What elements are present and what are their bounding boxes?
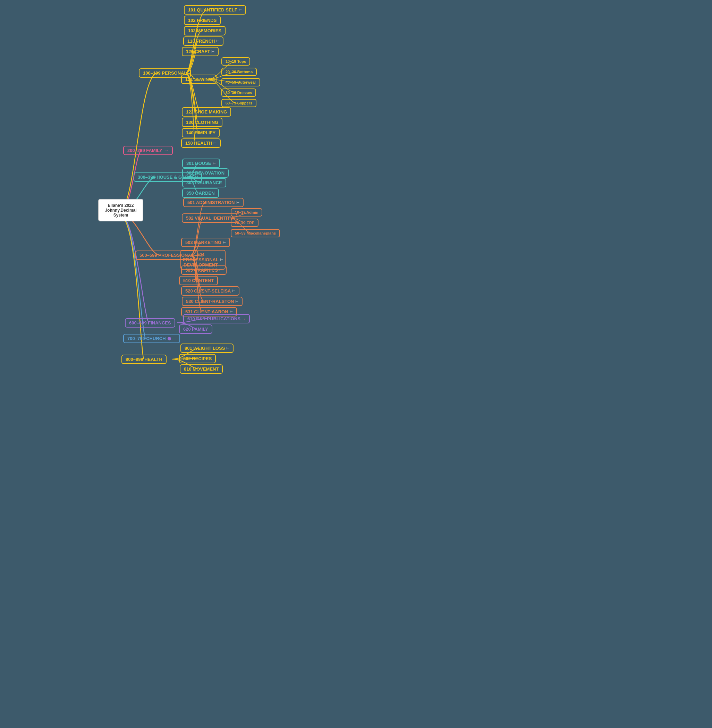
n530-icon: ⊢: [235, 300, 238, 303]
n110-label: 110 FRENCH: [187, 39, 215, 44]
family-node[interactable]: 200–299 FAMILY →: [123, 146, 173, 155]
root-node: Ellane's 2022 Johnny.Decimal System: [98, 199, 143, 221]
n610-label: 610 E&R PUBLICATIONS: [187, 316, 240, 321]
n302-node[interactable]: 302 RENOVATION: [182, 168, 228, 178]
n1019-label: 10–19 Tops: [225, 59, 246, 64]
n505-label: 505 GRAPHICS: [185, 268, 218, 273]
n801-node[interactable]: 801 WEIGHT LOSS ⊢: [180, 344, 233, 353]
finances-node[interactable]: 600–699 FINANCES: [125, 318, 175, 328]
family-arrow: →: [164, 148, 169, 153]
n810-node[interactable]: 810 MOVEMENT: [180, 364, 223, 374]
church-dot-icon: [168, 337, 171, 340]
n502-label: 502 VISUAL IDENTITY: [186, 215, 233, 221]
n301-node[interactable]: 301 HOUSE ⊢: [182, 159, 220, 168]
n503-node[interactable]: 503 MARKETING ⊢: [181, 238, 230, 247]
n2029-node[interactable]: 20–29 Bottoms: [221, 68, 257, 76]
n4059-label: 40–59 Outerwear: [225, 80, 256, 85]
n531-label: 531 CLIENT-AARON: [185, 309, 228, 314]
n302-label: 302 RENOVATION: [186, 171, 224, 176]
n120-icon: ⊢: [211, 50, 214, 53]
n501-icon: ⊢: [236, 200, 239, 205]
n520-label: 520 CLIENT-SELEISA: [185, 288, 231, 294]
n120-label: 120 CRAFT: [186, 49, 210, 54]
n530-label: 530 CLIENT-RALSTON: [186, 299, 234, 304]
n122-label: 122 SHOE MAKING: [186, 109, 227, 114]
n530-node[interactable]: 530 CLIENT-RALSTON ⊢: [182, 297, 243, 306]
n520-icon: ⊢: [232, 289, 235, 293]
n5059-node[interactable]: 50–59 Miscellaneplans: [231, 229, 280, 237]
n502-node[interactable]: 502 VISUAL IDENTITY: [182, 214, 237, 223]
n503-icon: ⊢: [223, 240, 226, 244]
n620-label: 620 FAMILY: [183, 326, 208, 332]
n810-label: 810 MOVEMENT: [184, 366, 219, 372]
n2049-node[interactable]: 20–49 ERP: [231, 219, 258, 227]
n6079-node[interactable]: 60–79 Slippers: [221, 99, 257, 107]
n150-icon: ⊢: [214, 141, 217, 145]
n103-label: 103 MEMORIES: [188, 28, 221, 33]
n150-label: 150 HEALTH: [185, 141, 212, 146]
n801-label: 801 WEIGHT LOSS: [185, 345, 225, 351]
church-dash: —: [172, 337, 176, 341]
n303-label: 303 INSURANCE: [186, 180, 222, 185]
n130-label: 130 CLOTHING: [186, 120, 218, 125]
n504-icon: ⊢: [220, 258, 223, 262]
church-node[interactable]: 700–799 CHURCH —: [123, 334, 180, 343]
n610-arrow: →: [242, 317, 246, 321]
n110-node[interactable]: 110 FRENCH ⊢: [183, 36, 224, 46]
personal-label: 100–199 PERSONAL: [143, 70, 187, 76]
n505-node[interactable]: 505 GRAPHICS ⊢: [181, 265, 227, 275]
n501-node[interactable]: 501 ADMINISTRATION ⊢: [183, 198, 243, 207]
n520-node[interactable]: 520 CLIENT-SELEISA ⊢: [181, 286, 239, 296]
n3039-node[interactable]: 30–39 Dresses: [221, 89, 256, 97]
n122-node[interactable]: 122 SHOE MAKING: [182, 107, 231, 117]
n802-node[interactable]: 802 RECIPES: [179, 354, 216, 363]
n103-node[interactable]: 103 MEMORIES: [184, 26, 225, 36]
n620-node[interactable]: 620 FAMILY: [179, 325, 212, 334]
n102-label: 102 FRIENDS: [188, 18, 217, 23]
n1019a-label: 10–19 Admin: [235, 210, 258, 215]
n510-node[interactable]: 510 CONTENT: [179, 276, 218, 285]
family-label: 200–299 FAMILY: [128, 148, 162, 153]
n101-node[interactable]: 101 QUANTIFIED SELF ⊢: [184, 5, 246, 15]
n130-node[interactable]: 130 CLOTHING: [182, 118, 222, 127]
root-label: Ellane's 2022 Johnny.Decimal System: [105, 203, 136, 218]
n303-node[interactable]: 303 INSURANCE: [182, 178, 226, 187]
n150-node[interactable]: 150 HEALTH ⊢: [181, 138, 221, 148]
n802-label: 802 RECIPES: [183, 356, 212, 361]
health-node[interactable]: 800–899 HEALTH: [122, 354, 166, 364]
n503-label: 503 MARKETING: [185, 240, 221, 245]
n501-label: 501 ADMINISTRATION: [187, 200, 235, 205]
n101-icon: ⊢: [239, 8, 242, 12]
n801-icon: ⊢: [226, 346, 229, 350]
church-label: 700–799 CHURCH: [128, 336, 166, 341]
finances-label: 600–699 FINANCES: [129, 320, 171, 325]
n121-label: 121 SEWING: [185, 77, 212, 82]
n505-icon: ⊢: [219, 268, 222, 272]
n6079-label: 60–79 Slippers: [225, 101, 252, 105]
n531-icon: ⊢: [230, 310, 233, 314]
n1019-node[interactable]: 10–19 Tops: [221, 57, 250, 65]
n110-icon: ⊢: [216, 39, 219, 43]
n350-label: 350 GARDEN: [186, 190, 215, 196]
n301-icon: ⊢: [213, 162, 216, 165]
n140-label: 140 SIMPLIFY: [186, 130, 215, 135]
n510-label: 510 CONTENT: [183, 278, 214, 283]
n610-node[interactable]: 610 E&R PUBLICATIONS →: [183, 314, 250, 323]
n1019a-node[interactable]: 10–19 Admin: [231, 208, 262, 216]
n101-label: 101 QUANTIFIED SELF: [188, 7, 237, 12]
n301-label: 301 HOUSE: [186, 161, 211, 166]
n2029-label: 20–29 Bottoms: [225, 70, 252, 74]
n120-node[interactable]: 120 CRAFT ⊢: [182, 47, 219, 56]
health-label: 800–899 HEALTH: [126, 357, 162, 362]
n121-node[interactable]: 121 SEWING: [181, 75, 217, 84]
n3039-label: 30–39 Dresses: [225, 90, 252, 95]
n140-node[interactable]: 140 SIMPLIFY: [182, 128, 220, 137]
n5059-label: 50–59 Miscellaneplans: [235, 231, 276, 235]
n350-node[interactable]: 350 GARDEN: [182, 188, 219, 198]
n4059-node[interactable]: 40–59 Outerwear: [221, 78, 260, 86]
n102-node[interactable]: 102 FRIENDS: [184, 16, 221, 25]
n2049-label: 20–49 ERP: [235, 221, 254, 225]
